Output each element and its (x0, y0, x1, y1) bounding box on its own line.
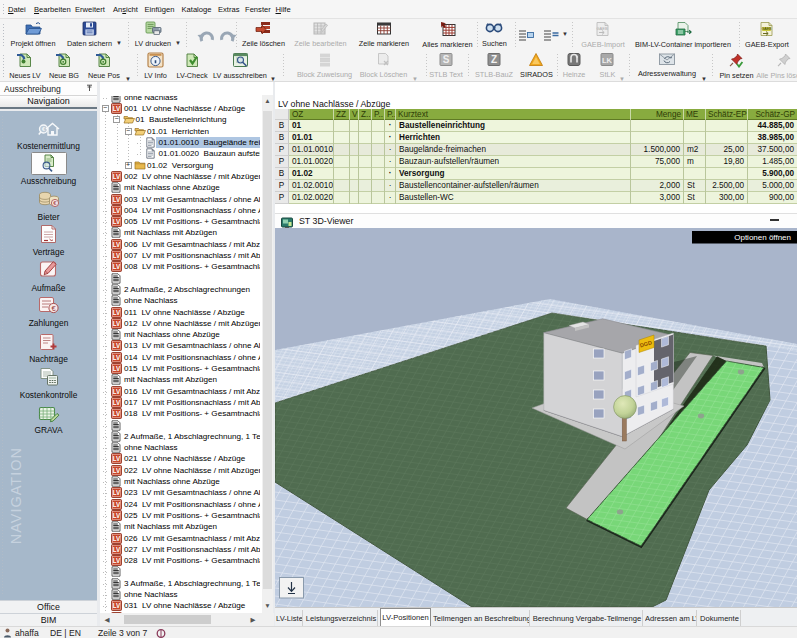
svg-text:LV: LV (113, 489, 121, 496)
svg-text:LV: LV (113, 354, 121, 361)
svg-text:LV: LV (113, 263, 121, 270)
svg-text:LV: LV (113, 557, 121, 564)
svg-text:LV: LV (113, 343, 121, 350)
svg-text:LV: LV (113, 241, 121, 248)
svg-text:Z: Z (491, 54, 497, 65)
svg-text:LV: LV (113, 467, 121, 474)
svg-text:LV: LV (113, 456, 121, 463)
svg-text:LK: LK (602, 56, 613, 65)
svg-text:LV: LV (113, 173, 121, 180)
svg-text:LV: LV (113, 218, 121, 225)
svg-text:LV: LV (113, 399, 121, 406)
svg-text:LV: LV (113, 309, 121, 316)
svg-text:S: S (443, 54, 450, 65)
svg-text:LV: LV (113, 252, 121, 259)
svg-text:GAEB: GAEB (762, 27, 773, 31)
svg-text:€: € (41, 126, 44, 132)
svg-text:LV: LV (113, 388, 121, 395)
svg-text:LV: LV (113, 320, 121, 327)
svg-text:LV: LV (113, 365, 121, 372)
svg-text:LV: LV (113, 410, 121, 417)
svg-text:LV: LV (113, 546, 121, 553)
svg-text:LV: LV (113, 512, 121, 519)
svg-text:LV: LV (113, 207, 121, 214)
svg-text:LV: LV (113, 602, 121, 609)
svg-text:LV: LV (113, 501, 121, 508)
svg-text:LV: LV (113, 535, 121, 542)
svg-text:Optionen öffnen: Optionen öffnen (734, 233, 791, 242)
svg-text:LV: LV (113, 196, 121, 203)
svg-text:LV: LV (113, 105, 121, 112)
